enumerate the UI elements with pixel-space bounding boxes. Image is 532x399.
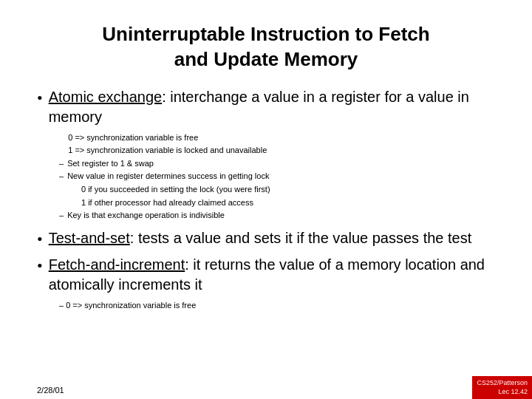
bullet-1: • Atomic exchange: interchange a value i…: [37, 87, 495, 127]
bullet-2: • Test-and-set: tests a value and sets i…: [37, 228, 495, 249]
sub-bullets-3: – 0 => synchronization variable is free: [59, 299, 495, 313]
bullet-3-prefix: Fetch-and-increment: [49, 256, 185, 273]
watermark-line1: CS252/Patterson: [477, 379, 528, 386]
bullet-2-text: Test-and-set: tests a value and sets it …: [49, 228, 472, 248]
date-label: 2/28/01: [37, 386, 64, 395]
dash-icon-4: –: [59, 209, 64, 222]
sub-bullet-0-plain: 0 => synchronization variable is free: [59, 132, 495, 145]
watermark: CS252/Patterson Lec 12.42: [472, 376, 532, 399]
bullet-dot-1: •: [37, 89, 43, 108]
bullet-dot-2: •: [37, 230, 43, 249]
sub-bullet-2-text: Set register to 1 & swap: [67, 157, 154, 171]
sub-bullets-indented: 0 if you succeeded in setting the lock (…: [81, 183, 495, 209]
bullet-dot-3: •: [37, 256, 43, 276]
bullet-3: • Fetch-and-increment: it returns the va…: [37, 255, 495, 295]
sub-bullets-1: 0 => synchronization variable is free 1 …: [59, 132, 495, 222]
indented-line-2: 1 if other processor had already claimed…: [81, 197, 495, 210]
bottom-sub-bullet: – 0 => synchronization variable is free: [59, 299, 495, 313]
bullet-2-prefix: Test-and-set: [49, 230, 130, 246]
sub-bullet-4-dash: – Key is that exchange operation is indi…: [59, 209, 495, 222]
bullet-2-suffix: : tests a value and sets it if the value…: [130, 230, 471, 246]
sub-bullet-3-dash: – New value in register determines succe…: [59, 170, 495, 183]
indented-line-1: 0 if you succeeded in setting the lock (…: [81, 183, 495, 197]
bullet-1-prefix: Atomic exchange: [49, 89, 162, 105]
slide-title: Uninterruptable Instruction to Fetch and…: [37, 22, 495, 72]
sub-bullet-3-text: New value in register determines success…: [67, 170, 269, 183]
bullet-1-text: Atomic exchange: interchange a value in …: [49, 87, 495, 127]
bullet-3-section: • Fetch-and-increment: it returns the va…: [37, 255, 495, 313]
watermark-line2: Lec 12.42: [498, 388, 528, 395]
slide: Uninterruptable Instruction to Fetch and…: [0, 0, 532, 399]
bullet-2-section: • Test-and-set: tests a value and sets i…: [37, 228, 495, 249]
bullet-1-section: • Atomic exchange: interchange a value i…: [37, 87, 495, 222]
sub-bullet-1-plain: 1 => synchronization variable is locked …: [59, 144, 495, 157]
sub-bullet-2-dash: – Set register to 1 & swap: [59, 157, 495, 171]
dash-icon-3: –: [59, 170, 64, 183]
dash-icon-2: –: [59, 157, 64, 171]
bullet-3-text: Fetch-and-increment: it returns the valu…: [49, 255, 495, 295]
sub-bullet-4-text: Key is that exchange operation is indivi…: [67, 209, 225, 222]
